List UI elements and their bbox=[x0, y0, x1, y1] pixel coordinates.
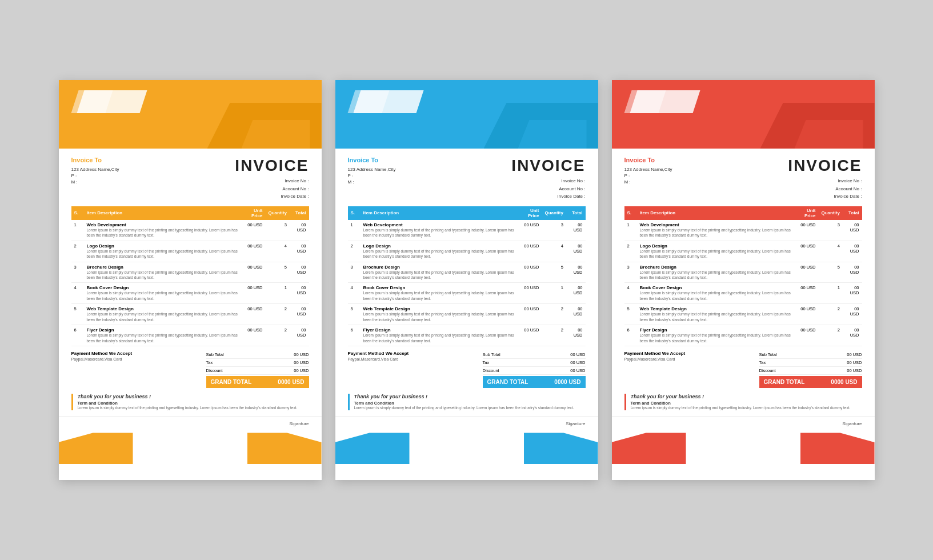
table-body: 1 Web Development Lorem ipsum is simply … bbox=[71, 220, 309, 346]
item-total: 00 USD bbox=[290, 283, 309, 304]
invoice-to-block: Invoice To 123 Address Name,City P : M : bbox=[348, 157, 396, 185]
item-num: 3 bbox=[71, 262, 84, 283]
card-body: Invoice To 123 Address Name,City P : M :… bbox=[59, 149, 322, 416]
footer-section: Payment Method We Accept Paypal,Masercar… bbox=[624, 351, 862, 388]
invoice-to-label: Invoice To bbox=[71, 157, 119, 163]
item-qty: 2 bbox=[266, 304, 290, 325]
item-total: 00 USD bbox=[566, 262, 586, 283]
item-qty: 5 bbox=[819, 262, 843, 283]
invoice-title-block: INVOICE Invoice No : Acoount No : Invoic… bbox=[511, 157, 585, 201]
item-total: 00 USD bbox=[843, 241, 862, 262]
item-unit: 00 USD bbox=[242, 325, 265, 346]
item-desc-cell: Brochure Design Lorem ipsum is simply du… bbox=[361, 262, 519, 283]
item-desc-cell: Book Cover Design Lorem ipsum is simply … bbox=[84, 283, 242, 304]
item-total: 00 USD bbox=[843, 262, 862, 283]
tax-value: 00 USD bbox=[570, 360, 585, 365]
col-header-3: Quantity bbox=[819, 206, 843, 220]
table-row: 6 Flyer Design Lorem ipsum is simply dum… bbox=[71, 325, 309, 346]
item-total: 00 USD bbox=[566, 304, 586, 325]
invoice-details: Invoice No : Acoount No : Invoice Date : bbox=[511, 177, 585, 201]
item-name: Brochure Design bbox=[87, 265, 239, 270]
sub-total-value: 00 USD bbox=[847, 352, 862, 357]
grand-total-label: GRAND TOTAL bbox=[764, 379, 805, 385]
item-desc-cell: Brochure Design Lorem ipsum is simply du… bbox=[84, 262, 242, 283]
item-desc-cell: Logo Design Lorem ipsum is simply dummy … bbox=[84, 241, 242, 262]
footer-left-shape bbox=[335, 433, 410, 464]
item-qty: 5 bbox=[266, 262, 290, 283]
header-white-shape-2 bbox=[71, 90, 113, 113]
card-header bbox=[612, 80, 875, 149]
col-header-0: S. bbox=[348, 206, 361, 220]
item-unit: 00 USD bbox=[518, 262, 542, 283]
invoice-title-block: INVOICE Invoice No : Acoount No : Invoic… bbox=[235, 157, 309, 201]
item-desc: Lorem ipsum is simply dummy text of the … bbox=[363, 333, 514, 342]
item-total: 00 USD bbox=[290, 262, 309, 283]
sub-total-row: Sub Total 00 USD bbox=[206, 351, 309, 359]
invoice-table: S.Item DescriptionUnit PriceQuantityTota… bbox=[348, 206, 586, 346]
item-total: 00 USD bbox=[843, 283, 862, 304]
sub-total-label: Sub Total bbox=[483, 352, 500, 357]
invoice-address: 123 Address Name,City bbox=[71, 167, 119, 172]
item-num: 5 bbox=[624, 304, 637, 325]
item-total: 00 USD bbox=[290, 325, 309, 346]
discount-row: Discount 00 USD bbox=[206, 367, 309, 375]
item-num: 2 bbox=[624, 241, 637, 262]
item-qty: 3 bbox=[542, 220, 566, 241]
term-title: Term and Condition bbox=[354, 401, 586, 406]
item-desc: Lorem ipsum is simply dummy text of the … bbox=[363, 228, 514, 237]
col-header-0: S. bbox=[71, 206, 84, 220]
item-num: 6 bbox=[71, 325, 84, 346]
table-row: 2 Logo Design Lorem ipsum is simply dumm… bbox=[71, 241, 309, 262]
item-total: 00 USD bbox=[843, 304, 862, 325]
item-unit: 00 USD bbox=[795, 241, 818, 262]
table-row: 4 Book Cover Design Lorem ipsum is simpl… bbox=[71, 283, 309, 304]
table-row: 1 Web Development Lorem ipsum is simply … bbox=[71, 220, 309, 241]
item-qty: 2 bbox=[266, 325, 290, 346]
item-desc: Lorem ipsum is simply dummy text of the … bbox=[87, 312, 238, 321]
item-name: Logo Design bbox=[640, 243, 792, 249]
discount-row: Discount 00 USD bbox=[483, 367, 586, 375]
table-row: 6 Flyer Design Lorem ipsum is simply dum… bbox=[348, 325, 586, 346]
item-unit: 00 USD bbox=[795, 262, 818, 283]
item-desc: Lorem ipsum is simply dummy text of the … bbox=[87, 291, 238, 300]
payment-methods: Paypal,Masercard,Visa Card bbox=[624, 357, 755, 361]
sub-total-row: Sub Total 00 USD bbox=[759, 351, 862, 359]
item-qty: 1 bbox=[819, 283, 843, 304]
item-desc: Lorem ipsum is simply dummy text of the … bbox=[87, 249, 238, 258]
invoice-p: P : bbox=[624, 173, 672, 178]
item-num: 3 bbox=[348, 262, 361, 283]
item-qty: 2 bbox=[819, 304, 843, 325]
thankyou-text: Thank you for your business ! bbox=[78, 394, 309, 399]
tax-row: Tax 00 USD bbox=[206, 359, 309, 367]
item-total: 00 USD bbox=[290, 304, 309, 325]
invoice-m: M : bbox=[624, 179, 672, 185]
table-row: 5 Web Template Design Lorem ipsum is sim… bbox=[71, 304, 309, 325]
item-total: 00 USD bbox=[843, 325, 862, 346]
item-qty: 3 bbox=[819, 220, 843, 241]
tax-label: Tax bbox=[759, 360, 766, 365]
term-title: Term and Condition bbox=[78, 401, 309, 406]
footer-right-shape bbox=[800, 433, 875, 464]
col-header-0: S. bbox=[624, 206, 637, 220]
item-unit: 00 USD bbox=[518, 283, 542, 304]
item-unit: 00 USD bbox=[518, 220, 542, 241]
grand-total-row: GRAND TOTAL 0000 USD bbox=[759, 376, 862, 388]
totals-col: Sub Total 00 USD Tax 00 USD Discount 00 … bbox=[759, 351, 862, 388]
header-white-shape-2 bbox=[624, 90, 666, 113]
item-name: Web Template Design bbox=[363, 306, 516, 311]
grand-total-row: GRAND TOTAL 0000 USD bbox=[483, 376, 586, 388]
item-num: 4 bbox=[348, 283, 361, 304]
thankyou-section: Thank you for your business ! Term and C… bbox=[71, 394, 309, 410]
item-name: Brochure Design bbox=[640, 265, 792, 270]
item-unit: 00 USD bbox=[518, 325, 542, 346]
footer-section: Payment Method We Accept Paypal,Masercar… bbox=[71, 351, 309, 388]
item-unit: 00 USD bbox=[518, 304, 542, 325]
discount-row: Discount 00 USD bbox=[759, 367, 862, 375]
item-name: Flyer Design bbox=[87, 327, 239, 333]
item-unit: 00 USD bbox=[518, 241, 542, 262]
header-accent-shape-2 bbox=[795, 120, 863, 149]
discount-value: 00 USD bbox=[294, 368, 309, 373]
item-unit: 00 USD bbox=[242, 283, 265, 304]
item-desc: Lorem ipsum is simply dummy text of the … bbox=[640, 333, 791, 342]
item-qty: 2 bbox=[542, 325, 566, 346]
